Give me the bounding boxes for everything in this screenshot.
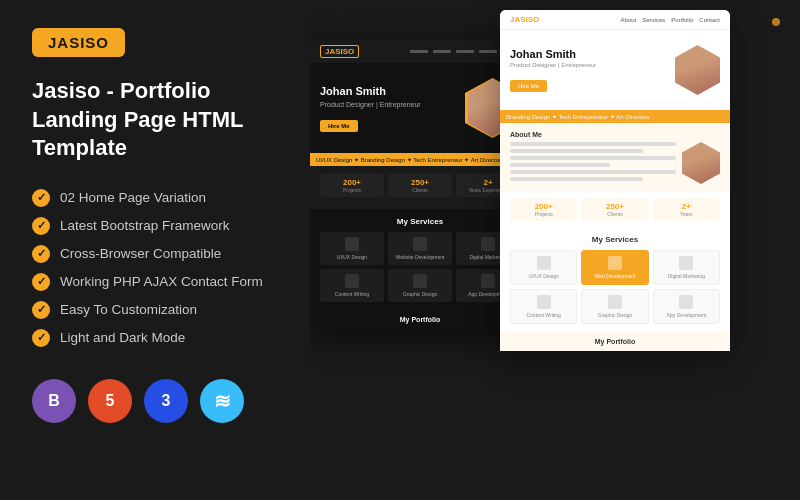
css3-icon: 3: [144, 379, 188, 423]
dark-nav-brand: JASISO: [320, 45, 359, 58]
feature-label: Easy To Customization: [60, 302, 197, 317]
service-icon: [537, 256, 551, 270]
dark-stat: 200+ Projects: [320, 174, 384, 197]
service-icon: [345, 274, 359, 288]
light-nav-link: Portfolio: [671, 17, 693, 23]
info-line: [510, 170, 676, 174]
light-service-label: UI/UX Design: [515, 273, 572, 279]
list-item: Easy To Customization: [32, 301, 278, 319]
light-stat-num: 200+: [516, 202, 571, 211]
dark-service-card: Graphic Design: [388, 269, 452, 302]
light-about-avatar-img: [682, 142, 720, 184]
left-panel: JASISO Jasiso - Portfolio Landing Page H…: [0, 0, 310, 500]
light-hero-sub: Product Designer | Entrepreneur: [510, 62, 596, 68]
light-hero: Johan Smith Product Designer | Entrepren…: [500, 30, 730, 110]
dark-hero-btn: Hire Me: [320, 120, 358, 132]
light-nav-link: About: [621, 17, 637, 23]
dark-hero-name: Johan Smith: [320, 84, 465, 98]
list-item: Light and Dark Mode: [32, 329, 278, 347]
service-icon: [537, 295, 551, 309]
dark-service-card: Website Development: [388, 232, 452, 265]
light-stat-label: Clients: [587, 211, 642, 217]
light-preview: JASISO About Services Portfolio Contact …: [500, 10, 730, 351]
light-avatar-hex: [675, 45, 720, 95]
preview-wrap: JASISO Johan Smith Product Designer | En…: [310, 10, 790, 500]
light-services-title: My Services: [510, 235, 720, 244]
light-stat: 200+ Projects: [510, 198, 577, 221]
service-icon: [679, 295, 693, 309]
light-service-label: App Development: [658, 312, 715, 318]
service-icon: [481, 274, 495, 288]
dark-portfolio-title: My Portfolio: [320, 316, 520, 323]
light-portfolio-title: My Portfolio: [510, 338, 720, 345]
brand-name: JASISO: [48, 34, 109, 51]
feature-label: Working PHP AJAX Contact Form: [60, 274, 263, 289]
dark-stat-label: Clients: [394, 187, 446, 193]
light-about-title: About Me: [510, 131, 720, 138]
dark-stat-num: 200+: [326, 178, 378, 187]
info-line: [510, 149, 643, 153]
dark-service-label: Website Development: [392, 254, 448, 260]
light-service-card: Content Writing: [510, 289, 577, 324]
dark-services-grid: UI/UX Design Website Development Digital…: [320, 232, 520, 302]
dark-nav-line: [410, 50, 428, 53]
dark-stats-row: 200+ Projects 250+ Clients 2+ Years Expe…: [320, 174, 520, 197]
light-about-avatar: [682, 142, 720, 184]
light-service-label: Content Writing: [515, 312, 572, 318]
tailwind-icon: ≋: [200, 379, 244, 423]
feature-label: 02 Home Page Variation: [60, 190, 206, 205]
dark-service-label: Content Writing: [324, 291, 380, 297]
dark-hero-sub: Product Designer | Entrepreneur: [320, 101, 465, 108]
bootstrap-icon: B: [32, 379, 76, 423]
feature-label: Latest Bootstrap Framework: [60, 218, 230, 233]
light-hero-name: Johan Smith: [510, 48, 596, 60]
check-icon: [32, 301, 50, 319]
html5-icon: 5: [88, 379, 132, 423]
light-service-card: App Development: [653, 289, 720, 324]
dark-portfolio-section: My Portfolio: [310, 310, 530, 329]
light-services: My Services UI/UX Design Web Development…: [500, 227, 730, 332]
dark-nav-line: [456, 50, 474, 53]
light-nav-brand: JASISO: [510, 15, 539, 24]
light-hero-text: Johan Smith Product Designer | Entrepren…: [510, 48, 596, 92]
dark-about: 200+ Projects 250+ Clients 2+ Years Expe…: [310, 166, 530, 209]
dark-service-label: UI/UX Design: [324, 254, 380, 260]
dark-ticker: UI/UX Design ✦ Branding Design ✦ Tech En…: [310, 153, 530, 166]
tech-icons: B 5 3 ≋: [32, 379, 278, 423]
service-icon: [413, 274, 427, 288]
check-icon: [32, 329, 50, 347]
dark-service-card: Content Writing: [320, 269, 384, 302]
features-list: 02 Home Page Variation Latest Bootstrap …: [32, 189, 278, 347]
service-icon: [481, 237, 495, 251]
light-ticker: Branding Design ✦ Tech Entrepreneur ✦ Ar…: [500, 110, 730, 123]
check-icon: [32, 245, 50, 263]
info-line: [510, 177, 643, 181]
dark-service-label: Graphic Design: [392, 291, 448, 297]
info-line: [510, 142, 676, 146]
dark-hero-text: Johan Smith Product Designer | Entrepren…: [320, 84, 465, 132]
service-icon: [679, 256, 693, 270]
dark-hero: Johan Smith Product Designer | Entrepren…: [310, 63, 530, 153]
dark-stat-num: 250+: [394, 178, 446, 187]
dark-service-card: UI/UX Design: [320, 232, 384, 265]
light-stat: 250+ Clients: [581, 198, 648, 221]
light-stat: 2+ Years: [653, 198, 720, 221]
dark-preview: JASISO Johan Smith Product Designer | En…: [310, 40, 530, 329]
list-item: Working PHP AJAX Contact Form: [32, 273, 278, 291]
light-nav-link: Contact: [699, 17, 720, 23]
product-title: Jasiso - Portfolio Landing Page HTML Tem…: [32, 77, 278, 163]
dark-stat-label: Projects: [326, 187, 378, 193]
feature-label: Cross-Browser Compatible: [60, 246, 221, 261]
brand-badge: JASISO: [32, 28, 125, 57]
list-item: Cross-Browser Compatible: [32, 245, 278, 263]
light-portfolio-section: My Portfolio: [500, 332, 730, 351]
service-icon: [345, 237, 359, 251]
light-service-label: Digital Marketing: [658, 273, 715, 279]
list-item: Latest Bootstrap Framework: [32, 217, 278, 235]
light-nav-link: Services: [642, 17, 665, 23]
light-service-card: Digital Marketing: [653, 250, 720, 285]
list-item: 02 Home Page Variation: [32, 189, 278, 207]
dark-services-title: My Services: [320, 217, 520, 226]
dark-nav: JASISO: [310, 40, 530, 63]
info-line: [510, 156, 676, 160]
